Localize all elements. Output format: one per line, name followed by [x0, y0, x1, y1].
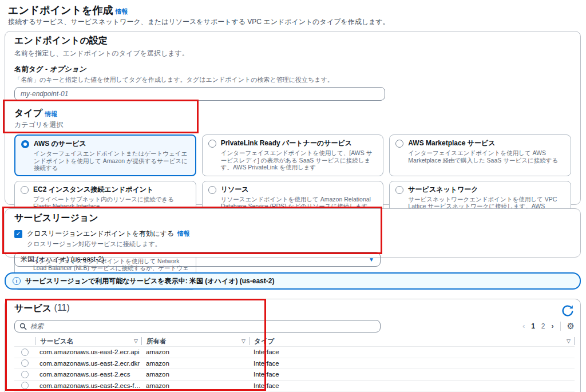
cell-type: Interface — [249, 349, 575, 355]
table-header-row: サービス名 ▽ 所有者 ▽ タイプ ▽ — [14, 336, 575, 346]
refresh-button[interactable] — [561, 304, 575, 318]
tile-title: リソース — [221, 185, 378, 195]
page-header: エンドポイントを作成 情報 — [8, 3, 128, 17]
page-subtitle: 接続するサービス、サービスネットワーク、またはリソースをサポートする VPC エ… — [8, 17, 390, 27]
search-icon — [19, 323, 27, 330]
cell-type: Interface — [249, 382, 575, 389]
tile-description: インターフェイスエンドポイントを使用して AWS Marketplace 経由で… — [408, 149, 565, 164]
cross-region-checkbox-label: クロスリージョンエンドポイントを有効にする — [27, 229, 174, 239]
cell-type: Interface — [249, 371, 575, 378]
tile-title: EC2 インスタンス接続エンドポイント — [33, 185, 190, 195]
create-endpoint-page: エンドポイントを作成 情報 接続するサービス、サービスネットワーク、またはリソー… — [0, 0, 586, 392]
cell-service-name: com.amazonaws.us-east-2.ecs-fips — [35, 382, 141, 389]
name-tag-input[interactable] — [14, 87, 385, 101]
table-row[interactable]: com.amazonaws.us-east-2.ecr.api amazon I… — [14, 346, 575, 358]
tile-aws-marketplace[interactable]: AWS Marketplace サービス インターフェイスエンドポイントを使用し… — [389, 134, 571, 176]
tile-aws-service[interactable]: AWS のサービス インターフェイスエンドポイントまたはゲートウェイエンドポイン… — [14, 134, 196, 176]
row-radio-icon[interactable] — [21, 359, 29, 367]
cell-owner: amazon — [141, 382, 249, 389]
region-card-title: サービスリージョン — [14, 212, 571, 224]
pagination-page-2[interactable]: 2 — [541, 322, 545, 330]
pagination: ‹ 1 2 › ⚙ — [522, 321, 575, 331]
cell-service-name: com.amazonaws.us-east-2.ecs — [35, 371, 141, 378]
radio-icon[interactable] — [395, 140, 403, 148]
type-heading: タイプ 情報 — [14, 108, 571, 120]
cross-region-description: クロスリージョン対応サービスに接続します。 — [27, 240, 571, 248]
table-toolbar: ‹ 1 2 › ⚙ — [14, 320, 575, 332]
cell-owner: amazon — [141, 371, 249, 378]
region-select-value: 米国 (オハイオ) (us-east-2) — [21, 255, 104, 264]
radio-selected-icon[interactable] — [21, 140, 29, 148]
tile-description: インターフェイスエンドポイントを使用して、[AWS サービスレディ] の表示があ… — [221, 149, 378, 171]
refresh-icon — [561, 304, 575, 318]
radio-icon[interactable] — [21, 186, 29, 194]
services-count: (11) — [54, 303, 70, 313]
row-radio-icon[interactable] — [21, 382, 29, 389]
cell-type: Interface — [249, 360, 575, 367]
services-card-title: サービス — [14, 303, 52, 315]
type-info-link[interactable]: 情報 — [45, 110, 58, 117]
cross-region-info-link[interactable]: 情報 — [177, 229, 190, 238]
tile-title: PrivateLink Ready パートナーのサービス — [221, 138, 378, 148]
toolbar-divider — [560, 322, 561, 331]
tile-title: AWS のサービス — [34, 139, 189, 149]
checkbox-checked-icon[interactable]: ✓ — [14, 230, 22, 238]
table-row[interactable]: com.amazonaws.us-east-2.ecr.dkr amazon I… — [14, 358, 575, 369]
name-tag-label: 名前タグ - オプション — [14, 65, 571, 74]
services-title-row: サービス (11) — [14, 303, 575, 318]
pagination-page-1[interactable]: 1 — [531, 322, 535, 330]
tile-title: AWS Marketplace サービス — [408, 138, 565, 148]
column-header-service-name: サービス名 ▽ — [35, 337, 141, 345]
table-row[interactable]: com.amazonaws.us-east-2.ecs-fips amazon … — [14, 380, 575, 391]
column-header-owner: 所有者 ▽ — [141, 337, 249, 345]
service-region-card: サービスリージョン ✓ クロスリージョンエンドポイントを有効にする 情報 クロス… — [5, 208, 581, 258]
services-card: サービス (11) ‹ — [5, 299, 581, 392]
tile-privatelink-ready[interactable]: PrivateLink Ready パートナーのサービス インターフェイスエンド… — [202, 134, 384, 176]
page-info-link[interactable]: 情報 — [116, 8, 128, 15]
pagination-prev-icon[interactable]: ‹ — [522, 322, 525, 330]
settings-card-title: エンドポイントの設定 — [14, 35, 571, 47]
info-icon: i — [13, 277, 21, 285]
cell-owner: amazon — [141, 349, 249, 355]
info-banner: i サービスリージョンで利用可能なサービスを表示中: 米国 (オハイオ) (us… — [5, 272, 581, 290]
radio-icon[interactable] — [395, 186, 403, 194]
filter-icon[interactable]: ▽ — [567, 338, 571, 344]
region-select[interactable]: 米国 (オハイオ) (us-east-2) ▼ — [14, 252, 381, 267]
type-subtitle: カテゴリを選択 — [14, 120, 571, 130]
cell-service-name: com.amazonaws.us-east-2.ecr.api — [35, 349, 141, 355]
tile-description: インターフェイスエンドポイントまたはゲートウェイエンドポイントを使用して Ama… — [34, 150, 189, 172]
radio-icon[interactable] — [208, 140, 216, 148]
filter-icon[interactable]: ▽ — [241, 338, 246, 344]
name-tag-optional: - オプション — [45, 65, 86, 73]
row-radio-icon[interactable] — [21, 349, 29, 356]
tile-title: サービスネットワーク — [408, 185, 565, 195]
name-tag-description: 「名前」のキーと指定した値を使用してタグを作成します。タグはエンドポイントの検索… — [14, 76, 571, 84]
chevron-down-icon: ▼ — [369, 256, 374, 263]
page-title: エンドポイントを作成 — [8, 5, 113, 16]
cell-service-name: com.amazonaws.us-east-2.ecr.dkr — [35, 360, 141, 367]
info-banner-text: サービスリージョンで利用可能なサービスを表示中: 米国 (オハイオ) (us-e… — [25, 276, 274, 286]
table-row[interactable]: com.amazonaws.us-east-2.ecs amazon Inter… — [14, 369, 575, 380]
services-table: サービス名 ▽ 所有者 ▽ タイプ ▽ com.amazonaws.us-eas… — [14, 336, 575, 392]
column-header-type: タイプ ▽ — [249, 337, 575, 345]
gear-icon[interactable]: ⚙ — [567, 321, 575, 331]
settings-card-subtitle: 名前を指定し、エンドポイントのタイプを選択します。 — [14, 49, 571, 58]
pagination-next-icon[interactable]: › — [552, 322, 554, 330]
tile-description: プライベートサブネット内のリソースに接続できる Elastic Network … — [33, 196, 190, 210]
radio-icon[interactable] — [208, 186, 216, 194]
service-search-input[interactable] — [30, 323, 375, 330]
endpoint-settings-card: エンドポイントの設定 名前を指定し、エンドポイントのタイプを選択します。 名前タ… — [5, 31, 581, 205]
cross-region-checkbox-row: ✓ クロスリージョンエンドポイントを有効にする 情報 — [14, 229, 571, 239]
service-search-box[interactable] — [14, 320, 381, 332]
filter-icon[interactable]: ▽ — [134, 338, 138, 344]
row-radio-icon[interactable] — [21, 371, 29, 378]
cell-owner: amazon — [141, 360, 249, 367]
